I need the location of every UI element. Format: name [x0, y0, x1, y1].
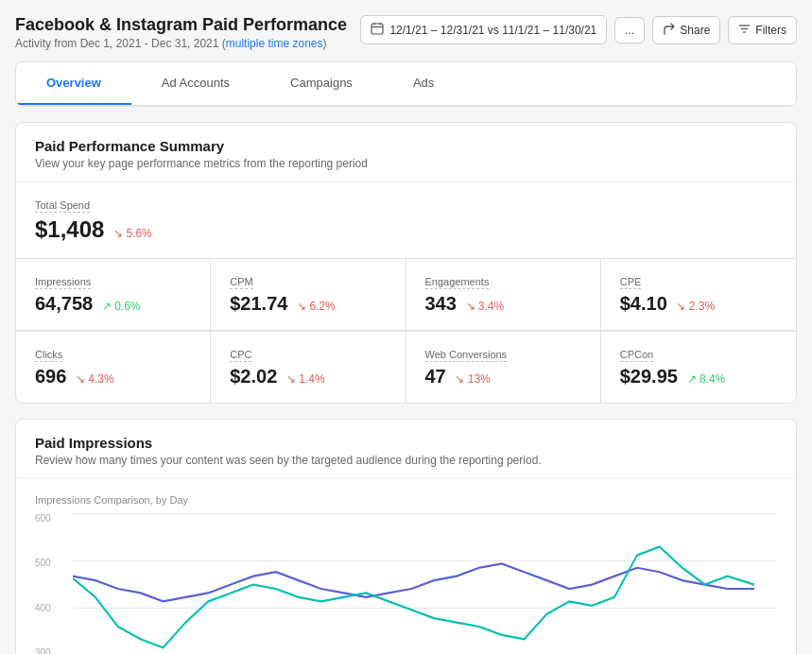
web-conversions-change: ↘ 13%	[455, 372, 490, 386]
impressions-card-title: Paid Impressions	[35, 435, 777, 451]
tab-ads[interactable]: Ads	[383, 62, 464, 105]
summary-card-title: Paid Performance Summary	[35, 138, 777, 154]
total-spend-section: Total Spend $1,408 ↘ 5.6%	[16, 182, 796, 258]
impressions-label: Impressions	[35, 276, 91, 289]
metric-cpcon: CPCon $29.95 ↗ 8.4%	[601, 332, 796, 403]
chart-section: Impressions Comparison, by Day 600 500 4…	[16, 479, 796, 654]
impressions-chart: 600 500 400 300 200	[35, 513, 777, 654]
metric-engagements: Engagements 343 ↘ 3.4%	[406, 259, 601, 331]
page-title: Facebook & Instagram Paid Performance	[15, 15, 347, 35]
chart-y-axis: 600 500 400 300 200	[35, 513, 68, 654]
cpe-change: ↘ 2.3%	[676, 300, 715, 313]
timezone-link[interactable]: multiple time zones	[226, 37, 323, 50]
cpm-label: CPM	[230, 276, 252, 289]
page-subtitle: Activity from Dec 1, 2021 - Dec 31, 2021…	[15, 37, 347, 50]
cpc-value: $2.02	[230, 366, 277, 387]
tab-ad-accounts[interactable]: Ad Accounts	[131, 62, 260, 105]
chart-label: Impressions Comparison, by Day	[35, 494, 777, 506]
metric-cpm: CPM $21.74 ↘ 6.2%	[211, 259, 406, 331]
metric-impressions: Impressions 64,758 ↗ 0.6%	[16, 259, 211, 331]
impressions-value: 64,758	[35, 293, 93, 314]
cpc-change: ↘ 1.4%	[286, 372, 325, 386]
date-range-text: 12/1/21 – 12/31/21 vs 11/1/21 – 11/30/21	[389, 24, 596, 37]
more-label: ...	[625, 24, 634, 37]
metrics-grid-row2: Clicks 696 ↘ 4.3% CPC $2.02 ↘ 1.4% Web C…	[16, 331, 796, 403]
metric-clicks: Clicks 696 ↘ 4.3%	[16, 332, 211, 403]
more-button[interactable]: ...	[614, 17, 645, 43]
chart-drawing-area	[73, 513, 777, 654]
tab-overview[interactable]: Overview	[16, 62, 131, 105]
cpc-label: CPC	[230, 349, 251, 362]
tab-campaigns[interactable]: Campaigns	[260, 62, 383, 105]
svg-rect-0	[371, 24, 383, 34]
filters-label: Filters	[755, 24, 786, 37]
filters-icon	[738, 23, 751, 38]
share-button[interactable]: Share	[652, 16, 720, 44]
cpcon-change: ↗ 8.4%	[687, 372, 726, 386]
web-conversions-value: 47	[425, 366, 446, 387]
calendar-icon	[371, 22, 384, 38]
total-spend-change: ↘ 5.6%	[113, 227, 152, 240]
chart-svg	[73, 513, 777, 654]
impressions-card: Paid Impressions Review how many times y…	[15, 419, 797, 654]
total-spend-label: Total Spend	[35, 199, 90, 213]
metric-cpe: CPE $4.10 ↘ 2.3%	[601, 259, 796, 331]
date-range-button[interactable]: 12/1/21 – 12/31/21 vs 11/1/21 – 11/30/21	[360, 15, 607, 44]
total-spend-value: $1,408	[35, 216, 104, 242]
cpm-change: ↘ 6.2%	[297, 300, 336, 313]
cpe-label: CPE	[620, 276, 642, 289]
filters-button[interactable]: Filters	[728, 16, 797, 44]
cpcon-value: $29.95	[620, 366, 678, 387]
web-conversions-label: Web Conversions	[425, 349, 508, 362]
summary-card: Paid Performance Summary View your key p…	[15, 122, 797, 404]
clicks-change: ↘ 4.3%	[76, 372, 114, 386]
engagements-value: 343	[425, 293, 457, 314]
clicks-value: 696	[35, 366, 66, 387]
engagements-change: ↘ 3.4%	[466, 300, 505, 313]
impressions-change: ↗ 0.6%	[102, 300, 141, 313]
share-label: Share	[680, 24, 710, 37]
cpcon-label: CPCon	[620, 349, 653, 362]
engagements-label: Engagements	[425, 276, 490, 289]
metrics-grid-row1: Impressions 64,758 ↗ 0.6% CPM $21.74 ↘ 6…	[16, 258, 796, 331]
clicks-label: Clicks	[35, 349, 62, 362]
summary-card-description: View your key page performance metrics f…	[35, 157, 777, 170]
impressions-card-description: Review how many times your content was s…	[35, 454, 777, 467]
cpe-value: $4.10	[620, 293, 667, 314]
share-icon	[663, 23, 675, 38]
metric-web-conversions: Web Conversions 47 ↘ 13%	[406, 332, 601, 403]
cpm-value: $21.74	[230, 293, 287, 314]
metric-cpc: CPC $2.02 ↘ 1.4%	[211, 332, 406, 403]
